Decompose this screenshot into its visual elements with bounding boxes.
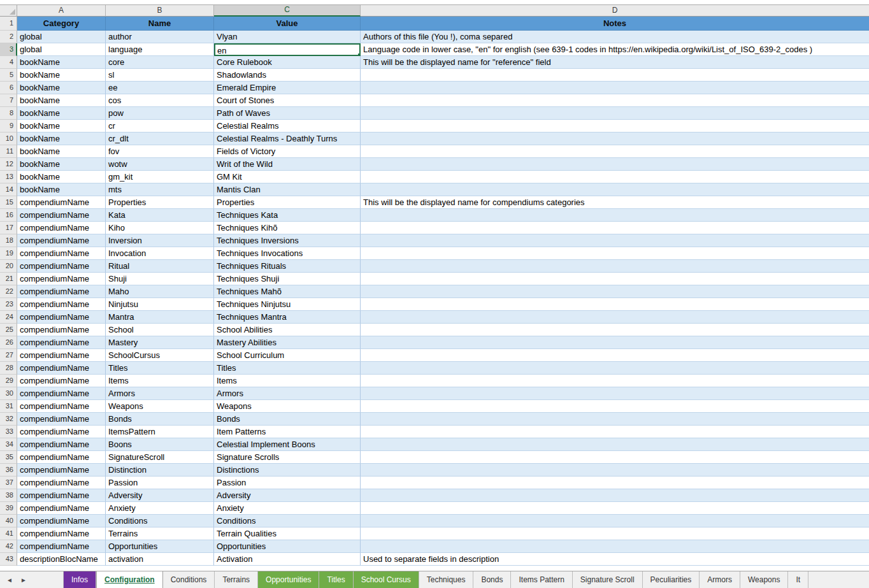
cell-category[interactable]: bookName [17, 171, 106, 183]
cell-category[interactable]: bookName [17, 94, 106, 107]
cell-value[interactable]: Techniques Invocations [214, 247, 361, 260]
cell-category[interactable]: compendiumName [17, 222, 106, 234]
cell-name[interactable]: Shuji [106, 273, 214, 285]
cell-name[interactable]: Ninjutsu [106, 298, 214, 311]
cell-category[interactable]: compendiumName [17, 209, 106, 222]
row-number[interactable]: 2 [0, 31, 17, 43]
cell-notes[interactable] [361, 362, 869, 375]
row-number[interactable]: 32 [0, 413, 17, 426]
cell-category[interactable]: global [17, 43, 106, 56]
cell-name[interactable]: Passion [106, 477, 214, 489]
cell-name[interactable]: School [106, 324, 214, 336]
cell-category[interactable]: bookName [17, 82, 106, 94]
cell-notes[interactable] [361, 387, 869, 400]
cell-value[interactable]: Opportunities [214, 540, 361, 553]
sheet-tab-it[interactable]: It [788, 571, 808, 588]
row-number[interactable]: 31 [0, 400, 17, 413]
cell-notes[interactable] [361, 477, 869, 489]
cell-category[interactable]: compendiumName [17, 234, 106, 247]
row-number[interactable]: 14 [0, 183, 17, 196]
sheet-tab-items-pattern[interactable]: Items Pattern [511, 571, 572, 588]
cell-notes[interactable] [361, 336, 869, 349]
cell-category[interactable]: bookName [17, 107, 106, 120]
cell-notes[interactable] [361, 426, 869, 438]
cell-value[interactable]: Vlyan [214, 31, 361, 43]
cell-notes[interactable] [361, 540, 869, 553]
cell-category[interactable]: global [17, 31, 106, 43]
row-number[interactable]: 38 [0, 489, 17, 502]
cell-value[interactable]: Distinctions [214, 464, 361, 477]
sheet-tab-terrains[interactable]: Terrains [215, 571, 258, 588]
row-number[interactable]: 8 [0, 107, 17, 120]
cell-category[interactable]: compendiumName [17, 260, 106, 273]
cell-notes[interactable] [361, 209, 869, 222]
row-number[interactable]: 41 [0, 527, 17, 540]
cell-name[interactable]: author [106, 31, 214, 43]
cell-category[interactable]: compendiumName [17, 362, 106, 375]
cell-notes[interactable] [361, 234, 869, 247]
cell-name[interactable]: SchoolCursus [106, 349, 214, 362]
row-number[interactable]: 15 [0, 196, 17, 209]
cell-value[interactable]: Armors [214, 387, 361, 400]
cell-category[interactable]: bookName [17, 133, 106, 145]
row-number[interactable]: 30 [0, 387, 17, 400]
cell-category[interactable]: compendiumName [17, 451, 106, 464]
cell-value[interactable]: Terrain Qualities [214, 527, 361, 540]
cell-name[interactable]: language [106, 43, 214, 56]
row-number[interactable]: 13 [0, 171, 17, 183]
cell-notes[interactable] [361, 82, 869, 94]
cell-category[interactable]: compendiumName [17, 438, 106, 451]
cell-name[interactable]: Ritual [106, 260, 214, 273]
sheet-tab-titles[interactable]: Titles [319, 571, 353, 588]
header-cell-value[interactable]: Value [214, 17, 361, 31]
sheet-tab-armors[interactable]: Armors [700, 571, 740, 588]
cell-notes[interactable] [361, 515, 869, 527]
cell-notes[interactable] [361, 489, 869, 502]
row-number[interactable]: 36 [0, 464, 17, 477]
cell-notes[interactable] [361, 145, 869, 158]
cell-category[interactable]: bookName [17, 56, 106, 69]
cell-value[interactable]: Titles [214, 362, 361, 375]
cell-name[interactable]: Armors [106, 387, 214, 400]
cell-name[interactable]: fov [106, 145, 214, 158]
cell-category[interactable]: compendiumName [17, 247, 106, 260]
row-number[interactable]: 6 [0, 82, 17, 94]
sheet-nav-right-icon[interactable]: ► [20, 577, 27, 584]
cell-name[interactable]: Distinction [106, 464, 214, 477]
cell-category[interactable]: compendiumName [17, 527, 106, 540]
cell-name[interactable]: gm_kit [106, 171, 214, 183]
row-number[interactable]: 22 [0, 285, 17, 298]
row-number[interactable]: 39 [0, 502, 17, 515]
selected-cell[interactable]: en [214, 43, 361, 56]
cell-name[interactable]: Terrains [106, 527, 214, 540]
column-header-c[interactable]: C [214, 5, 361, 17]
cell-name[interactable]: ee [106, 82, 214, 94]
cell-name[interactable]: core [106, 56, 214, 69]
cell-value[interactable]: Mastery Abilities [214, 336, 361, 349]
sheet-tab-peculiarities[interactable]: Peculiarities [643, 571, 700, 588]
cell-name[interactable]: mts [106, 183, 214, 196]
cell-value[interactable]: Path of Waves [214, 107, 361, 120]
cell-name[interactable]: Titles [106, 362, 214, 375]
cell-notes[interactable] [361, 438, 869, 451]
cell-category[interactable]: bookName [17, 158, 106, 171]
cell-category[interactable]: compendiumName [17, 285, 106, 298]
cell-name[interactable]: Anxiety [106, 502, 214, 515]
cell-category[interactable]: bookName [17, 69, 106, 82]
row-number[interactable]: 1 [0, 17, 17, 31]
cell-name[interactable]: SignatureScroll [106, 451, 214, 464]
cell-name[interactable]: Inversion [106, 234, 214, 247]
cell-value[interactable]: Activation [214, 553, 361, 566]
cell-category[interactable]: descriptionBlocName [17, 553, 106, 566]
cell-value[interactable]: Techniques Ninjutsu [214, 298, 361, 311]
cell-notes[interactable] [361, 527, 869, 540]
sheet-nav-left-icon[interactable]: ◄ [6, 577, 13, 584]
cell-value[interactable]: Items [214, 375, 361, 387]
select-all-button[interactable] [0, 5, 17, 17]
sheet-tab-opportunities[interactable]: Opportunities [258, 571, 319, 588]
row-number[interactable]: 20 [0, 260, 17, 273]
cell-value[interactable]: Adversity [214, 489, 361, 502]
cell-notes[interactable] [361, 273, 869, 285]
cell-value[interactable]: Passion [214, 477, 361, 489]
cell-category[interactable]: compendiumName [17, 349, 106, 362]
